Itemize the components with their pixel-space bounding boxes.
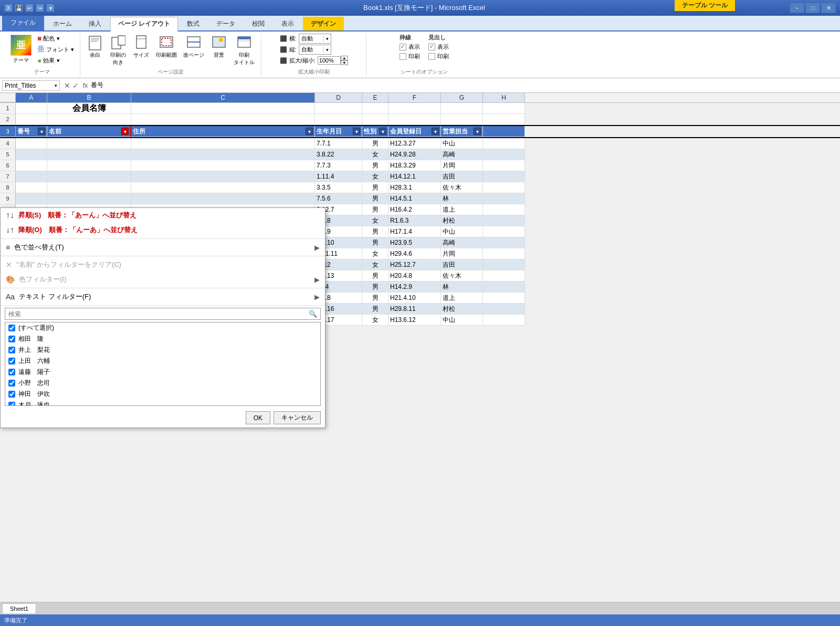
cell-h16[interactable] bbox=[483, 270, 525, 281]
cell-d8[interactable]: 3.3.5 bbox=[315, 182, 362, 193]
cell-f15[interactable]: H25.12.7 bbox=[388, 259, 441, 270]
cell-h1[interactable] bbox=[483, 103, 525, 114]
cell-f14[interactable]: H29.4.6 bbox=[388, 248, 441, 259]
cell-b9[interactable] bbox=[47, 193, 131, 204]
cell-b1[interactable]: 会員名簿 bbox=[47, 103, 131, 114]
maximize-button[interactable]: □ bbox=[805, 3, 820, 13]
cell-g6[interactable]: 片岡 bbox=[441, 160, 483, 171]
cell-e6[interactable]: 男 bbox=[362, 160, 388, 171]
checkbox-item-4[interactable]: 小野 忠司 bbox=[5, 378, 320, 389]
cell-c6[interactable] bbox=[131, 160, 315, 171]
checkbox-item-5[interactable]: 神田 伊吹 bbox=[5, 389, 320, 400]
minimize-button[interactable]: − bbox=[790, 3, 804, 13]
cell-d1[interactable] bbox=[315, 103, 362, 114]
cell-f7[interactable]: H14.12.1 bbox=[388, 171, 441, 182]
customize-icon[interactable]: ▾ bbox=[46, 4, 55, 12]
cell-g20[interactable]: 中山 bbox=[441, 315, 483, 326]
close-button[interactable]: ✕ bbox=[821, 3, 836, 13]
cell-f10[interactable]: H16.4.2 bbox=[388, 204, 441, 215]
filter-birthday[interactable]: ▾ bbox=[353, 128, 360, 135]
cell-f2[interactable] bbox=[388, 114, 441, 125]
checkbox-item-0[interactable]: 相田 隆 bbox=[5, 333, 320, 345]
checkbox-0-input[interactable] bbox=[8, 336, 15, 342]
name-box-dropdown[interactable]: ▾ bbox=[55, 83, 57, 88]
cell-c4[interactable] bbox=[131, 138, 315, 149]
print-area-button[interactable]: 印刷範囲 bbox=[154, 34, 179, 60]
print-titles-button[interactable]: 印刷タイトル bbox=[232, 34, 257, 67]
cell-b3[interactable]: 名前▾ bbox=[47, 126, 131, 137]
tab-formulas[interactable]: 数式 bbox=[179, 17, 207, 30]
cell-a8[interactable] bbox=[16, 182, 47, 193]
col-header-h[interactable]: H bbox=[483, 93, 525, 102]
cell-d9[interactable]: 7.5.6 bbox=[315, 193, 362, 204]
filter-regdate[interactable]: ▾ bbox=[432, 128, 439, 135]
cell-e16[interactable]: 男 bbox=[362, 270, 388, 281]
filter-number[interactable]: ▾ bbox=[38, 128, 45, 135]
tab-design[interactable]: デザイン bbox=[303, 17, 344, 30]
cell-g17[interactable]: 林 bbox=[441, 281, 483, 293]
cell-a1[interactable] bbox=[16, 103, 47, 114]
margin-button[interactable]: 余白 bbox=[85, 34, 106, 60]
cell-a7[interactable] bbox=[16, 171, 47, 182]
cell-g1[interactable] bbox=[441, 103, 483, 114]
cell-a4[interactable] bbox=[16, 138, 47, 149]
cell-a3[interactable]: 番号▾ bbox=[16, 126, 47, 137]
row-header-3[interactable]: 3 bbox=[0, 126, 16, 137]
checkbox-all-input[interactable] bbox=[8, 325, 15, 331]
cell-d7[interactable]: 1.11.4 bbox=[315, 171, 362, 182]
row-header-7[interactable]: 7 bbox=[0, 171, 16, 182]
cell-h4[interactable] bbox=[483, 138, 525, 149]
tab-insert[interactable]: 挿入 bbox=[81, 17, 109, 30]
cell-c3[interactable]: 住所▾ bbox=[131, 126, 315, 137]
cell-a6[interactable] bbox=[16, 160, 47, 171]
cell-f19[interactable]: H29.8.11 bbox=[388, 304, 441, 315]
checkbox-item-3[interactable]: 遠藤 陽子 bbox=[5, 367, 320, 378]
cell-h8[interactable] bbox=[483, 182, 525, 193]
save-icon[interactable]: 💾 bbox=[15, 4, 23, 12]
checkbox-list[interactable]: (すべて選択) 相田 隆 井上 梨花 上田 六輔 遠藤 陽子 小野 忠司 神田 … bbox=[5, 322, 321, 406]
orientation-button[interactable]: 印刷の向き bbox=[108, 34, 129, 67]
cell-h17[interactable] bbox=[483, 281, 525, 293]
search-input[interactable] bbox=[5, 309, 306, 319]
cell-e7[interactable]: 女 bbox=[362, 171, 388, 182]
row-header-6[interactable]: 6 bbox=[0, 160, 16, 171]
cell-d2[interactable] bbox=[315, 114, 362, 125]
cell-f20[interactable]: H13.6.12 bbox=[388, 315, 441, 326]
cell-h3[interactable] bbox=[483, 126, 525, 137]
color-filter[interactable]: 🎨 色フィルター(I) ▶ bbox=[1, 272, 325, 287]
tab-data[interactable]: データ bbox=[208, 17, 243, 30]
cell-f12[interactable]: H17.1.4 bbox=[388, 226, 441, 237]
scale-up[interactable]: ▲ bbox=[341, 56, 348, 60]
cell-e12[interactable]: 男 bbox=[362, 226, 388, 237]
cell-e8[interactable]: 男 bbox=[362, 182, 388, 193]
cell-b7[interactable] bbox=[47, 171, 131, 182]
cell-e9[interactable]: 男 bbox=[362, 193, 388, 204]
cancel-button[interactable]: キャンセル bbox=[274, 411, 321, 424]
col-header-c[interactable]: C bbox=[131, 93, 315, 102]
print-headings-checkbox[interactable] bbox=[428, 53, 435, 60]
text-filter[interactable]: Aa テキスト フィルター(F) ▶ bbox=[1, 289, 325, 304]
col-header-g[interactable]: G bbox=[441, 93, 483, 102]
cell-a5[interactable] bbox=[16, 149, 47, 160]
cell-b6[interactable] bbox=[47, 160, 131, 171]
checkbox-item-6[interactable]: 木戸 琢也 bbox=[5, 400, 320, 406]
cell-h11[interactable] bbox=[483, 215, 525, 226]
cell-d4[interactable]: 7.7.1 bbox=[315, 138, 362, 149]
cell-g9[interactable]: 林 bbox=[441, 193, 483, 204]
cell-e1[interactable] bbox=[362, 103, 388, 114]
cell-e19[interactable]: 男 bbox=[362, 304, 388, 315]
cell-e14[interactable]: 女 bbox=[362, 248, 388, 259]
cell-h6[interactable] bbox=[483, 160, 525, 171]
checkbox-item-2[interactable]: 上田 六輔 bbox=[5, 356, 320, 367]
scale-input[interactable]: ▲ ▼ bbox=[318, 56, 348, 65]
cell-c1[interactable] bbox=[131, 103, 315, 114]
show-borders-checkbox[interactable] bbox=[400, 44, 406, 50]
cell-d3[interactable]: 生年月日▾ bbox=[315, 126, 362, 137]
cell-g19[interactable]: 村松 bbox=[441, 304, 483, 315]
cell-g3[interactable]: 営業担当▾ bbox=[441, 126, 483, 137]
cell-g2[interactable] bbox=[441, 114, 483, 125]
cell-g13[interactable]: 高崎 bbox=[441, 237, 483, 248]
cell-e17[interactable]: 男 bbox=[362, 281, 388, 293]
checkbox-5-input[interactable] bbox=[8, 391, 15, 398]
cell-g16[interactable]: 佐々木 bbox=[441, 270, 483, 281]
